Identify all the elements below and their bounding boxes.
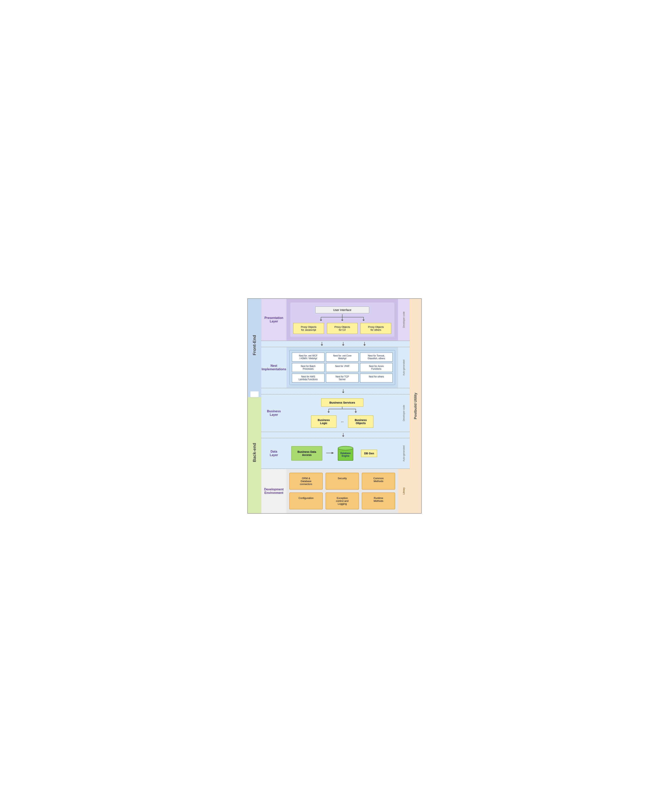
- dev-security-box: Security: [326, 473, 359, 489]
- business-section: BusinessLayer Business Services: [261, 395, 410, 432]
- dev-content: ORM &Databaseconnectors Security CommonM…: [286, 469, 398, 513]
- proxy-cs-box: Proxy Objectsfor C#: [327, 323, 358, 334]
- data-access-box: Business DataAccess: [291, 446, 322, 461]
- business-logic-box: Business Logic: [311, 415, 336, 428]
- db-gen-wrap: DB Gen: [361, 450, 377, 457]
- data-annotation: Auto-generated: [398, 438, 410, 469]
- business-arrows: [311, 407, 374, 414]
- main-content: PresentationLayer User Interface: [261, 299, 410, 513]
- data-auto-text: Auto-generated: [402, 446, 405, 462]
- db-engine-wrap: Database Engine: [338, 446, 353, 461]
- data-content: Business DataAccess Database Engine: [286, 438, 398, 469]
- presentation-section: PresentationLayer User Interface: [261, 299, 410, 341]
- business-row: Business Logic ↔ Business Objects: [309, 415, 376, 428]
- svg-marker-21: [355, 412, 357, 413]
- nest-php-box: Nest for .PHP: [326, 363, 358, 372]
- svg-marker-3: [320, 320, 322, 321]
- inter-arrows-3: [261, 432, 410, 438]
- dev-common-box: CommonMethods: [362, 473, 395, 489]
- double-arrow: ↔: [340, 419, 344, 424]
- nest-azure-box: Nest for AzureFunctions: [360, 363, 393, 372]
- svg-marker-5: [341, 320, 343, 321]
- business-annotation: Developer code: [398, 395, 410, 432]
- business-content: Business Services: [286, 395, 398, 432]
- inter-arrows-1: [261, 341, 410, 347]
- architecture-diagram: Front-End Back-end PresentationLayer: [247, 298, 422, 514]
- nest-grid: Nest for .net WCF/ ASMX / WebApi Nest fo…: [289, 350, 395, 385]
- proxy-row: Proxy Objectsfor Javascript Proxy Object…: [293, 323, 391, 334]
- presentation-label: PresentationLayer: [261, 299, 286, 341]
- dev-orm-box: ORM &Databaseconnectors: [289, 473, 323, 489]
- ui-to-proxy-arrows: [308, 314, 377, 321]
- svg-marker-13: [363, 345, 366, 346]
- svg-marker-15: [342, 392, 345, 393]
- dev-section: DevelopmentEnvironment ORM &Databaseconn…: [261, 469, 410, 513]
- nest-wcf-box: Nest for .net WCF/ ASMX / WebApi: [292, 353, 324, 361]
- data-section: DataLayer Business DataAccess: [261, 438, 410, 469]
- business-dev-text: Developer code: [402, 405, 405, 421]
- dev-grid: ORM &Databaseconnectors Security CommonM…: [289, 473, 395, 509]
- db-engine-label: Database Engine: [338, 452, 353, 457]
- nest-content: Nest for .net WCF/ ASMX / WebApi Nest fo…: [286, 347, 398, 388]
- svg-marker-23: [342, 435, 345, 437]
- postbuild-label-wrap: Postbuild Utility: [410, 299, 421, 513]
- nest-annotation: Auto-generated: [398, 347, 410, 388]
- data-label: DataLayer: [261, 438, 286, 469]
- dev-code-annotation: Developer code: [398, 299, 410, 341]
- dev-label: DevelopmentEnvironment: [261, 469, 286, 513]
- backend-text: Back-end: [252, 443, 257, 462]
- business-layout: Business Services: [289, 398, 395, 428]
- svg-marker-11: [342, 345, 345, 346]
- dev-annotation: Library: [398, 469, 410, 513]
- left-labels: Front-End Back-end: [248, 299, 261, 513]
- presentation-content: User Interface: [286, 299, 398, 341]
- svg-marker-25: [331, 452, 334, 454]
- nest-section: NestImplementations Nest for .net WCF/ A…: [261, 347, 410, 388]
- inter-arrows-2: [261, 388, 410, 395]
- postbuild-label-text: Postbuild Utility: [414, 393, 418, 419]
- proxy-js-box: Proxy Objectsfor Javascript: [293, 323, 324, 334]
- nest-batch-box: Nest for BatchProcesses: [292, 363, 324, 372]
- business-label-text: BusinessLayer: [267, 410, 281, 417]
- nest-label-text: NestImplementations: [262, 364, 286, 371]
- dev-config-box: Configuration: [289, 493, 323, 509]
- svg-marker-9: [321, 345, 323, 346]
- nest-tomcat-box: Nest for Tomcat,Glassfish, others: [360, 353, 393, 361]
- ui-box: User Interface: [315, 306, 369, 313]
- nest-tcp-box: Nest for TCPServer: [326, 373, 358, 382]
- proxy-others-box: Proxy Objectsfor others: [360, 323, 391, 334]
- dev-library-text: Library: [402, 488, 405, 495]
- nest-aws-box: Nest for AWSLambda Functions: [292, 373, 324, 382]
- frontend-text: Front-End: [252, 335, 257, 355]
- presentation-inner: User Interface: [290, 303, 394, 337]
- dev-code-text: Developer code: [402, 311, 405, 328]
- db-gen-box: DB Gen: [361, 450, 377, 457]
- business-objects-box: Business Objects: [348, 415, 373, 428]
- nest-label: NestImplementations: [261, 347, 286, 388]
- business-label: BusinessLayer: [261, 395, 286, 432]
- nest-core-box: Nest for .net CoreWebApi: [326, 353, 358, 361]
- right-labels: Postbuild Utility: [410, 299, 421, 513]
- dev-exception-box: Exceptioncontrol andLogging: [326, 493, 359, 509]
- backend-label: Back-end: [248, 392, 261, 513]
- nest-auto-text: Auto-generated: [402, 360, 405, 376]
- cylinder-top: [338, 446, 353, 450]
- frontend-label: Front-End: [248, 299, 261, 392]
- presentation-label-text: PresentationLayer: [265, 316, 283, 323]
- dev-label-text: DevelopmentEnvironment: [264, 488, 284, 495]
- data-label-text: DataLayer: [270, 450, 278, 457]
- business-services-box: Business Services: [321, 398, 363, 407]
- dev-runtime-box: RuntimeMethods: [362, 493, 395, 509]
- data-arrow-right: [326, 451, 334, 456]
- data-layout: Business DataAccess Database Engine: [289, 442, 395, 465]
- svg-marker-7: [362, 320, 365, 321]
- nest-others-box: Nest for others: [360, 373, 393, 382]
- svg-marker-19: [328, 412, 330, 413]
